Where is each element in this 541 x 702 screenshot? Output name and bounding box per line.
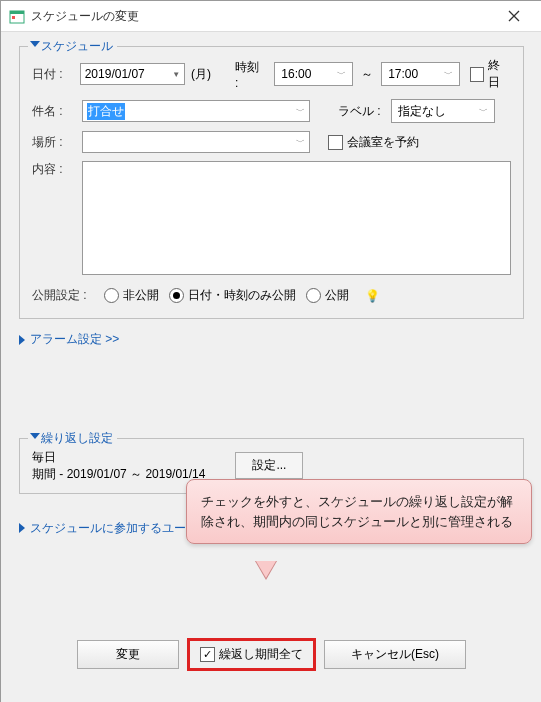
repeat-all-checkbox[interactable] bbox=[200, 647, 215, 662]
triangle-right-icon bbox=[19, 523, 25, 533]
date-input[interactable]: 2019/01/07▼ bbox=[80, 63, 185, 85]
time-separator: ～ bbox=[361, 66, 373, 83]
allday-label: 終日 bbox=[488, 57, 511, 91]
close-button[interactable] bbox=[494, 2, 534, 30]
tag-select[interactable]: 指定なし﹀ bbox=[391, 99, 495, 123]
repeat-all-label: 繰返し期間全て bbox=[219, 646, 303, 663]
visibility-private[interactable]: 非公開 bbox=[104, 287, 159, 304]
repeat-settings-button[interactable]: 設定... bbox=[235, 452, 303, 479]
day-of-week: (月) bbox=[191, 66, 211, 83]
time-start-select[interactable]: 16:00﹀ bbox=[274, 62, 353, 86]
time-label: 時刻 : bbox=[235, 59, 264, 90]
titlebar: スケジュールの変更 bbox=[1, 1, 541, 32]
reserve-room-wrap: 会議室を予約 bbox=[328, 134, 419, 151]
dialog-footer: 変更 繰返し期間全て キャンセル(Esc) bbox=[19, 622, 524, 693]
allday-checkbox[interactable] bbox=[470, 67, 484, 82]
repeat-pattern: 毎日 bbox=[32, 449, 205, 466]
time-end-select[interactable]: 17:00﹀ bbox=[381, 62, 460, 86]
radio-icon bbox=[306, 288, 321, 303]
radio-icon bbox=[169, 288, 184, 303]
triangle-right-icon bbox=[19, 335, 25, 345]
repeat-summary: 毎日 期間 - 2019/01/07 ～ 2019/01/14 bbox=[32, 449, 205, 483]
schedule-legend: スケジュール bbox=[28, 38, 117, 55]
lightbulb-icon[interactable]: 💡 bbox=[365, 289, 380, 303]
cancel-button[interactable]: キャンセル(Esc) bbox=[324, 640, 466, 669]
reserve-room-label: 会議室を予約 bbox=[347, 134, 419, 151]
subject-label: 件名 : bbox=[32, 103, 82, 120]
alarm-settings-link[interactable]: アラーム設定 >> bbox=[19, 331, 524, 348]
content-label: 内容 : bbox=[32, 161, 82, 178]
radio-icon bbox=[104, 288, 119, 303]
place-label: 場所 : bbox=[32, 134, 82, 151]
svg-rect-2 bbox=[12, 16, 15, 19]
visibility-row: 公開設定 : 非公開 日付・時刻のみ公開 公開 💡 bbox=[32, 287, 511, 304]
content-textarea[interactable] bbox=[82, 161, 511, 275]
visibility-dateonly[interactable]: 日付・時刻のみ公開 bbox=[169, 287, 296, 304]
place-row: 場所 : ﹀ 会議室を予約 bbox=[32, 131, 511, 153]
reserve-room-checkbox[interactable] bbox=[328, 135, 343, 150]
tag-label: ラベル : bbox=[338, 103, 381, 120]
dialog-window: スケジュールの変更 スケジュール 日付 : 2019/01/07▼ (月) 時刻… bbox=[0, 0, 541, 702]
visibility-label: 公開設定 : bbox=[32, 287, 104, 304]
repeat-all-highlight: 繰返し期間全て bbox=[187, 638, 316, 671]
date-label: 日付 : bbox=[32, 66, 80, 83]
repeat-period: 期間 - 2019/01/07 ～ 2019/01/14 bbox=[32, 466, 205, 483]
dialog-content: スケジュール 日付 : 2019/01/07▼ (月) 時刻 : 16:00﹀ … bbox=[1, 32, 541, 702]
visibility-public[interactable]: 公開 bbox=[306, 287, 349, 304]
svg-rect-1 bbox=[10, 11, 24, 14]
visibility-radio-group: 非公開 日付・時刻のみ公開 公開 💡 bbox=[104, 287, 380, 304]
change-button[interactable]: 変更 bbox=[77, 640, 179, 669]
place-input[interactable]: ﹀ bbox=[82, 131, 310, 153]
schedule-fieldset: スケジュール 日付 : 2019/01/07▼ (月) 時刻 : 16:00﹀ … bbox=[19, 46, 524, 319]
annotation-callout: チェックを外すと、スケジュールの繰り返し設定が解除され、期間内の同じスケジュール… bbox=[186, 479, 532, 544]
window-title: スケジュールの変更 bbox=[31, 8, 494, 25]
app-icon bbox=[9, 8, 25, 24]
allday-wrap: 終日 bbox=[470, 57, 511, 91]
repeat-legend: 繰り返し設定 bbox=[28, 430, 117, 447]
subject-input[interactable]: 打合せ ﹀ bbox=[82, 100, 310, 122]
date-row: 日付 : 2019/01/07▼ (月) 時刻 : 16:00﹀ ～ 17:00… bbox=[32, 57, 511, 91]
content-row: 内容 : bbox=[32, 161, 511, 275]
subject-row: 件名 : 打合せ ﹀ ラベル : 指定なし﹀ bbox=[32, 99, 511, 123]
